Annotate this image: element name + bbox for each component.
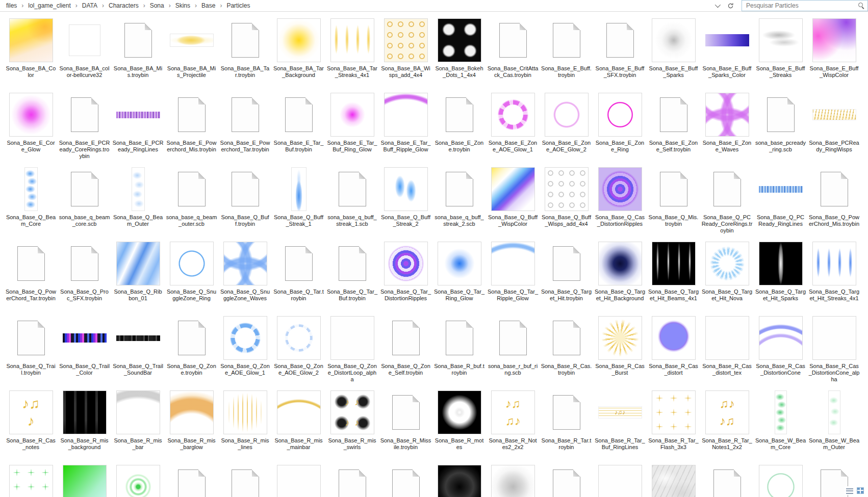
file-tile[interactable]: Sona_Base_R_Cas_DistortionCone bbox=[754, 315, 807, 389]
file-tile[interactable]: Sona_Base_E_Tar_Buff_Ripple_Glow bbox=[379, 91, 432, 166]
file-tile[interactable] bbox=[647, 463, 700, 497]
breadcrumb-item[interactable]: Sona bbox=[149, 2, 165, 9]
file-tile[interactable]: Sona_Base_Bokeh_Dots_1_4x4 bbox=[432, 17, 486, 91]
file-tile[interactable]: Sona_Base_Q_Tar_Ripple_Glow bbox=[486, 240, 540, 315]
details-view-icon[interactable] bbox=[846, 487, 853, 494]
file-tile[interactable] bbox=[272, 463, 325, 497]
file-tile[interactable] bbox=[700, 463, 754, 497]
file-tile[interactable]: Sona_Base_Q_Buff_Streak_2 bbox=[379, 166, 432, 240]
file-tile[interactable] bbox=[540, 463, 593, 497]
breadcrumb-item[interactable]: files bbox=[5, 2, 18, 9]
file-tile[interactable] bbox=[4, 463, 58, 497]
breadcrumb-item[interactable]: Particles bbox=[225, 2, 251, 9]
file-tile[interactable]: Sona_Base_E_Core_Glow bbox=[4, 91, 58, 166]
file-tile[interactable]: Sona_Base_Q_Target_Hit_Sparks bbox=[754, 240, 807, 315]
file-tile[interactable]: Sona_Base_E_PCReady_RingLines bbox=[111, 91, 165, 166]
file-tile[interactable] bbox=[432, 463, 486, 497]
breadcrumb-item[interactable]: lol_game_client bbox=[27, 2, 71, 9]
file-tile[interactable]: Sona_Base_Q_Target_Hit_Background bbox=[593, 240, 647, 315]
file-tile[interactable]: Sona_Base_Q_Trail_Color bbox=[58, 315, 111, 389]
file-tile[interactable]: Sona_Base_Q_SnuggleZone_Ring bbox=[165, 240, 218, 315]
file-tile[interactable]: Sona_Base_W_Beam_Core bbox=[754, 389, 807, 463]
file-tile[interactable]: sona_base_pcready_ring.scb bbox=[754, 91, 807, 166]
search-input[interactable] bbox=[742, 1, 867, 10]
file-tile[interactable]: Sona_Base_Q_PCReady_RingLines bbox=[754, 166, 807, 240]
file-tile[interactable]: Sona_Base_Q_SnuggleZone_Waves bbox=[218, 240, 272, 315]
file-tile[interactable]: Sona_Base_Q_Zone_Self.troybin bbox=[379, 315, 432, 389]
file-tile[interactable]: sona_base_q_beam_outer.scb bbox=[165, 166, 218, 240]
file-tile[interactable] bbox=[754, 463, 807, 497]
file-tile[interactable]: Sona_Base_Q_Tar_Ring_Glow bbox=[432, 240, 486, 315]
file-tile[interactable]: Sona_Base_Q_Ribbon_01 bbox=[111, 240, 165, 315]
file-tile[interactable] bbox=[58, 463, 111, 497]
file-tile[interactable]: Sona_Base_E_Powerchord_Tar.troybin bbox=[218, 91, 272, 166]
file-tile[interactable]: Sona_Base_Q_Tar.troybin bbox=[272, 240, 325, 315]
search-icon[interactable] bbox=[858, 3, 864, 9]
file-tile[interactable]: Sona_Base_E_Buff_SFX.troybin bbox=[593, 17, 647, 91]
file-tile[interactable]: Sona_Base_R_Cas_DistortionCone_alpha bbox=[807, 315, 861, 389]
file-tile[interactable]: Sona_Base_R_Cas_distort bbox=[647, 315, 700, 389]
file-tile[interactable]: Sona_Base_Q_Zone_AOE_Glow_2 bbox=[272, 315, 325, 389]
file-tile[interactable]: Sona_Base_Q_Beam_Outer bbox=[111, 166, 165, 240]
file-tile[interactable]: Sona_Base_R_Cas_notes bbox=[4, 389, 58, 463]
file-tile[interactable]: sona_base_q_beam_core.scb bbox=[58, 166, 111, 240]
file-tile[interactable]: Sona_Base_R_Tar_Buf_RingLines bbox=[593, 389, 647, 463]
file-tile[interactable]: Sona_Base_Q_Beam_Core bbox=[4, 166, 58, 240]
breadcrumb-item[interactable]: DATA bbox=[81, 2, 98, 9]
file-tile[interactable]: sona_base_q_buff_streak_1.scb bbox=[325, 166, 379, 240]
file-tile[interactable]: Sona_Base_Q_Tar_DistortionRipples bbox=[379, 240, 432, 315]
file-tile[interactable]: Sona_Base_R_mis_swirls bbox=[325, 389, 379, 463]
file-tile[interactable]: Sona_Base_BA_Tar.troybin bbox=[218, 17, 272, 91]
file-tile[interactable]: Sona_Base_E_Zone_AOE_Glow_1 bbox=[486, 91, 540, 166]
file-tile[interactable]: Sona_Base_CritAttack_Cas.troybin bbox=[486, 17, 540, 91]
file-tile[interactable]: Sona_Base_Q_Cas_DistortionRipples bbox=[593, 166, 647, 240]
file-tile[interactable]: Sona_Base_E_Buff_Sparks bbox=[647, 17, 700, 91]
file-tile[interactable]: Sona_Base_E_Buff_WispColor bbox=[807, 17, 861, 91]
file-tile[interactable]: Sona_Base_R_Cas_Burst bbox=[593, 315, 647, 389]
file-tile[interactable]: Sona_Base_R_mis_bar bbox=[111, 389, 165, 463]
file-tile[interactable]: Sona_Base_BA_Tar_Streaks_4x1 bbox=[325, 17, 379, 91]
file-tile[interactable] bbox=[165, 463, 218, 497]
file-tile[interactable]: Sona_Base_E_Buff.troybin bbox=[540, 17, 593, 91]
file-tile[interactable]: Sona_Base_Q_Tar_Buf.troybin bbox=[325, 240, 379, 315]
file-tile[interactable]: Sona_Base_E_PCReady_CoreRings.troybin bbox=[58, 91, 111, 166]
file-tile[interactable]: Sona_Base_E_Zone_Self.troybin bbox=[647, 91, 700, 166]
file-tile[interactable] bbox=[593, 463, 647, 497]
file-tile[interactable]: Sona_Base_BA_Tar_Background bbox=[272, 17, 325, 91]
file-tile[interactable]: Sona_Base_Q_PowerChord_Mis.troybin bbox=[807, 166, 861, 240]
file-tile[interactable]: Sona_Base_R_mis_background bbox=[58, 389, 111, 463]
file-tile[interactable]: Sona_Base_R_Missile.troybin bbox=[379, 389, 432, 463]
file-tile[interactable]: Sona_Base_Q_Zone_AOE_Glow_1 bbox=[218, 315, 272, 389]
file-tile[interactable] bbox=[218, 463, 272, 497]
file-tile[interactable]: sona_base_r_buf_ring.scb bbox=[486, 315, 540, 389]
file-tile[interactable]: Sona_Base_R_Notes2_2x2 bbox=[486, 389, 540, 463]
file-tile[interactable]: Sona_Base_Q_PowerChord_Tar.troybin bbox=[4, 240, 58, 315]
breadcrumb-item[interactable]: Base bbox=[200, 2, 216, 9]
file-tile[interactable]: Sona_Base_Q_PCReady_CoreRings.troybin bbox=[700, 166, 754, 240]
file-tile[interactable]: Sona_Base_E_Powerchord_Mis.troybin bbox=[165, 91, 218, 166]
refresh-button[interactable] bbox=[724, 0, 737, 11]
file-tile[interactable]: Sona_Base_R_Cas_distort_tex bbox=[700, 315, 754, 389]
file-tile[interactable]: Sona_Base_E_Zone_Ring bbox=[593, 91, 647, 166]
breadcrumb-item[interactable]: Skins bbox=[174, 2, 191, 9]
large-icons-view-icon[interactable] bbox=[857, 487, 864, 494]
file-tile[interactable]: Sona_Base_E_Buff_Streaks bbox=[754, 17, 807, 91]
file-tile[interactable]: Sona_Base_Q_Trail_SoundBar bbox=[111, 315, 165, 389]
file-tile[interactable]: Sona_Base_Q_Target_Hit_Streaks_4x1 bbox=[807, 240, 861, 315]
file-tile[interactable]: Sona_Base_Q_Trail.troybin bbox=[4, 315, 58, 389]
file-tile[interactable]: Sona_Base_Q_Target_Hit_Nova bbox=[700, 240, 754, 315]
file-tile[interactable]: Sona_Base_BA_Color bbox=[4, 17, 58, 91]
file-tile[interactable]: Sona_Base_PCReady_RingWisps bbox=[807, 91, 861, 166]
file-tile[interactable] bbox=[325, 463, 379, 497]
file-tile[interactable]: sona_base_q_buff_streak_2.scb bbox=[432, 166, 486, 240]
file-tile[interactable] bbox=[379, 463, 432, 497]
file-tile[interactable]: Sona_Base_W_Beam_Outer bbox=[807, 389, 861, 463]
breadcrumb-item[interactable]: Characters bbox=[108, 2, 140, 9]
file-tile[interactable]: Sona_Base_Q_Buff_Wisps_add_4x4 bbox=[540, 166, 593, 240]
file-tile[interactable]: Sona_Base_Q_Zone_DistortLoop_alpha bbox=[325, 315, 379, 389]
file-tile[interactable]: Sona_Base_R_Tar_Flash_3x3 bbox=[647, 389, 700, 463]
file-tile[interactable]: Sona_Base_BA_Mis.troybin bbox=[111, 17, 165, 91]
file-tile[interactable] bbox=[111, 463, 165, 497]
file-tile[interactable]: Sona_Base_E_Buff_Sparks_Color bbox=[700, 17, 754, 91]
file-tile[interactable]: Sona_Base_Q_Buff_Streak_1 bbox=[272, 166, 325, 240]
